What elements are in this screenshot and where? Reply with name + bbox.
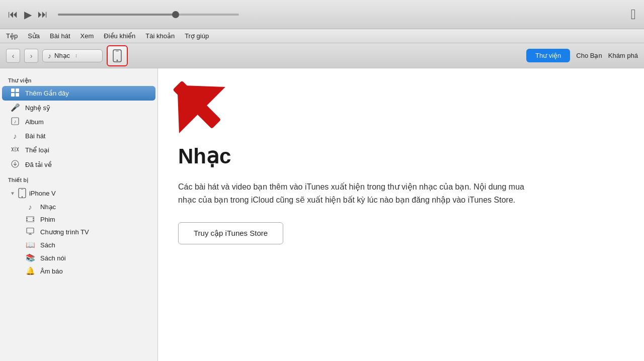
cho-ban-button[interactable]: Cho Bạn <box>576 52 602 59</box>
iphone-icon <box>112 49 122 62</box>
sub-book-icon: 📖 <box>25 240 35 249</box>
progress-bar[interactable] <box>58 14 239 16</box>
svg-rect-19 <box>26 217 34 222</box>
sidebar-item-label: Thêm Gần đây <box>25 89 69 97</box>
menu-xem[interactable]: Xem <box>80 32 94 40</box>
content-description: Các bài hát và video bạn thêm vào iTunes… <box>178 180 540 206</box>
content-title: Nhạc <box>178 144 624 168</box>
device-section-header: Thiết bị <box>0 172 157 186</box>
album-icon: ♪ <box>10 117 20 127</box>
main-content: Nhạc Các bài hát và video bạn thêm vào i… <box>158 68 644 361</box>
svg-rect-20 <box>26 218 28 219</box>
svg-rect-24 <box>27 228 34 233</box>
sidebar-sub-item-nhac[interactable]: ♪ Nhạc <box>2 201 155 213</box>
sidebar-item-bai-hat[interactable]: ♪ Bài hát <box>2 129 155 143</box>
sidebar-sub-label: Sách <box>40 241 55 249</box>
song-icon: ♪ <box>10 132 20 140</box>
sidebar: Thư viện Thêm Gần đây 🎤 Nghệ sỹ ♪ <box>0 68 158 361</box>
content-body: Nhạc Các bài hát và video bạn thêm vào i… <box>178 144 624 244</box>
progress-fill <box>58 14 176 16</box>
device-button[interactable] <box>107 45 128 66</box>
menu-tep[interactable]: Tệp <box>6 32 18 40</box>
library-selector-label: Nhạc <box>54 52 70 59</box>
sub-film-icon <box>25 215 35 224</box>
sidebar-item-label: Thể loại <box>25 146 49 154</box>
svg-text:♪: ♪ <box>14 119 17 124</box>
svg-rect-23 <box>33 220 34 221</box>
sidebar-sub-item-sach-noi[interactable]: 📚 Sách nói <box>2 251 155 264</box>
itunes-store-button[interactable]: Truy cập iTunes Store <box>178 222 283 244</box>
music-note-icon: ♪ <box>48 52 51 60</box>
main-layout: Thư viện Thêm Gần đây 🎤 Nghệ sỹ ♪ <box>0 68 644 361</box>
sidebar-item-label: Bài hát <box>25 132 45 140</box>
toolbar-right: Thư viện Cho Bạn Khám phá <box>526 49 638 62</box>
sidebar-item-nghe-si[interactable]: 🎤 Nghệ sỹ <box>2 101 155 115</box>
sidebar-item-label: Đã tải về <box>25 161 52 168</box>
device-icon <box>18 188 26 198</box>
sub-audiobook-icon: 📚 <box>25 253 35 262</box>
sidebar-item-label: Album <box>25 118 44 126</box>
artist-icon: 🎤 <box>10 103 20 112</box>
svg-rect-6 <box>16 93 19 97</box>
svg-rect-5 <box>11 93 15 97</box>
svg-rect-22 <box>33 218 34 219</box>
sidebar-sub-label: Âm báo <box>40 267 63 275</box>
download-icon <box>10 160 20 169</box>
sidebar-item-label: Nghệ sỹ <box>25 104 50 112</box>
menu-bai-hat[interactable]: Bài hát <box>50 32 70 40</box>
svg-rect-4 <box>16 88 19 92</box>
genre-icon <box>10 145 20 155</box>
sidebar-device-iphone[interactable]: ▼ iPhone V <box>2 186 155 201</box>
sidebar-item-album[interactable]: ♪ Album <box>2 115 155 129</box>
menu-tro-giup[interactable]: Trợ giúp <box>185 32 209 40</box>
menubar: Tệp Sửa Bài hát Xem Điều khiển Tài khoản… <box>0 29 644 43</box>
svg-rect-2 <box>116 51 119 51</box>
library-selector[interactable]: ♪ Nhạc ↕ <box>42 49 103 62</box>
sidebar-sub-label: Chương trình TV <box>40 228 89 236</box>
play-button[interactable]: ▶ <box>24 9 32 21</box>
arrow-annotation <box>173 73 238 154</box>
toolbar: ‹ › ♪ Nhạc ↕ Thư viện Cho Bạn Khám phá <box>0 43 644 68</box>
sidebar-item-da-tai-ve[interactable]: Đã tải về <box>2 157 155 172</box>
menu-dieu-khien[interactable]: Điều khiển <box>104 32 135 40</box>
titlebar: ⏮ ▶ ⏭  <box>0 0 644 29</box>
sidebar-sub-label: Sách nói <box>40 254 66 262</box>
device-name: iPhone V <box>29 190 56 197</box>
selector-arrow-icon: ↕ <box>75 53 77 58</box>
rewind-button[interactable]: ⏮ <box>8 9 18 20</box>
sidebar-sub-item-sach[interactable]: 📖 Sách <box>2 238 155 251</box>
sidebar-item-them-gan-day[interactable]: Thêm Gần đây <box>2 86 155 101</box>
grid-icon <box>10 88 20 98</box>
svg-point-17 <box>22 196 23 197</box>
svg-point-1 <box>117 59 118 61</box>
sub-tv-icon <box>25 228 35 236</box>
forward-button[interactable]: › <box>24 49 38 63</box>
svg-rect-3 <box>11 88 15 92</box>
apple-logo-icon:  <box>631 7 636 23</box>
chevron-icon: ▼ <box>10 191 15 196</box>
sidebar-sub-item-phim[interactable]: Phim <box>2 213 155 226</box>
menu-sua[interactable]: Sửa <box>28 32 40 40</box>
kham-pha-button[interactable]: Khám phá <box>608 52 638 59</box>
sidebar-item-the-loai[interactable]: Thể loại <box>2 143 155 157</box>
sidebar-sub-item-chuong-trinh-tv[interactable]: Chương trình TV <box>2 226 155 238</box>
back-button[interactable]: ‹ <box>6 49 20 63</box>
progress-thumb <box>172 11 179 18</box>
svg-rect-18 <box>21 189 23 190</box>
sidebar-sub-label: Phim <box>40 216 55 223</box>
fast-forward-button[interactable]: ⏭ <box>38 9 48 20</box>
thu-vien-button[interactable]: Thư viện <box>526 49 570 62</box>
menu-tai-khoan[interactable]: Tài khoản <box>145 32 175 40</box>
sidebar-sub-item-am-bao[interactable]: 🔔 Âm báo <box>2 264 155 278</box>
transport-controls: ⏮ ▶ ⏭ <box>8 9 48 21</box>
sidebar-sub-label: Nhạc <box>40 203 56 211</box>
sub-bell-icon: 🔔 <box>25 266 35 276</box>
library-section-header: Thư viện <box>0 72 157 86</box>
svg-rect-21 <box>26 220 28 221</box>
sub-music-icon: ♪ <box>25 203 35 211</box>
